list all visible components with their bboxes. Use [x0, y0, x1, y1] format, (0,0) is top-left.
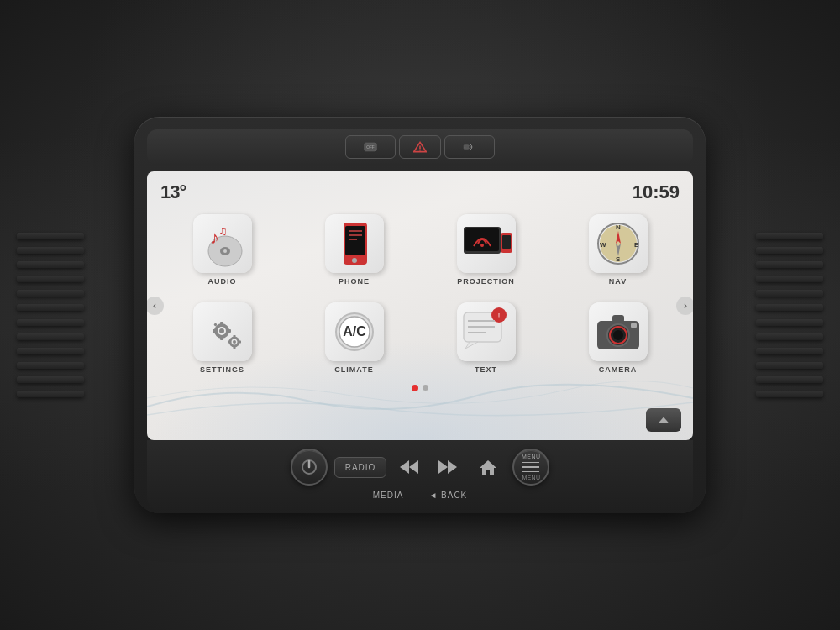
time-display: 10:59 — [633, 181, 680, 203]
svg-point-23 — [480, 244, 484, 247]
svg-marker-72 — [409, 460, 418, 474]
hazard-button[interactable] — [399, 135, 441, 159]
bottom-row-1: RADIO — [164, 449, 676, 486]
vent-slat — [17, 247, 84, 254]
app-icons-grid: ♪ ♫ AUDIO — [160, 210, 680, 378]
svg-rect-45 — [233, 335, 235, 338]
vent-slat — [17, 362, 84, 369]
bottom-row-2: MEDIA ◄ BACK — [164, 491, 676, 500]
svg-text:!: ! — [497, 312, 500, 320]
svg-marker-74 — [438, 460, 448, 474]
home-button[interactable] — [470, 454, 506, 480]
climate-label: CLIMATE — [334, 365, 373, 374]
vent-slat — [17, 391, 84, 397]
vent-slat — [756, 261, 823, 268]
text-app-button[interactable]: ! TEXT — [424, 298, 548, 378]
car-dashboard: OFF P — [0, 0, 840, 630]
vent-slat — [756, 348, 823, 354]
vent-slat — [756, 319, 823, 326]
climate-app-button[interactable]: A/C CLIMATE — [292, 298, 416, 378]
svg-rect-38 — [220, 322, 223, 325]
vent-slat — [756, 391, 823, 397]
phone-app-button[interactable]: PHONE — [292, 210, 416, 290]
svg-rect-46 — [233, 346, 235, 349]
vent-slat — [756, 362, 823, 369]
svg-marker-73 — [400, 460, 409, 474]
vent-slat — [17, 333, 84, 340]
vent-slat — [756, 376, 823, 383]
parking-sensor-button[interactable]: P — [444, 135, 495, 159]
projection-label: PROJECTION — [457, 277, 515, 286]
climate-icon: A/C — [325, 302, 384, 361]
vent-slat — [17, 276, 84, 282]
svg-marker-75 — [448, 460, 457, 474]
svg-rect-48 — [239, 341, 241, 344]
svg-text:W: W — [600, 241, 606, 249]
svg-point-10 — [223, 249, 227, 253]
left-vents — [17, 231, 84, 399]
right-vents — [756, 231, 823, 399]
vent-slat — [17, 233, 84, 239]
menu-button[interactable]: MENU MENU — [512, 449, 549, 486]
svg-point-44 — [233, 340, 236, 344]
scroll-up-button[interactable] — [646, 408, 681, 432]
vent-slat — [17, 319, 84, 326]
vent-slat — [17, 261, 84, 268]
svg-rect-47 — [228, 341, 230, 344]
settings-icon — [193, 302, 252, 361]
projection-icon — [457, 214, 516, 273]
vent-slat — [756, 290, 823, 297]
nav-label: NAV — [609, 277, 627, 286]
page-dot-1[interactable] — [412, 385, 418, 391]
vent-slat — [756, 276, 823, 282]
page-dot-2[interactable] — [423, 385, 428, 391]
nav-app-button[interactable]: N S E W NAV — [556, 210, 680, 290]
text-icon: ! — [457, 302, 516, 361]
menu-label: MENU — [522, 454, 541, 459]
vent-slat — [17, 348, 84, 354]
settings-label: SETTINGS — [200, 365, 244, 374]
svg-rect-67 — [612, 315, 624, 323]
svg-text:E: E — [634, 241, 639, 249]
svg-point-65 — [613, 330, 623, 340]
radio-label: RADIO — [345, 463, 376, 472]
svg-marker-69 — [659, 417, 669, 423]
back-button[interactable]: ◄ BACK — [428, 491, 467, 500]
audio-app-button[interactable]: ♪ ♫ AUDIO — [160, 210, 284, 290]
svg-rect-41 — [228, 329, 231, 333]
page-indicator — [160, 385, 680, 391]
vent-slat — [756, 233, 823, 239]
nav-arrow-right[interactable]: › — [676, 297, 693, 315]
vent-slat — [17, 376, 84, 383]
svg-rect-40 — [213, 329, 216, 333]
vent-slat — [17, 290, 84, 297]
projection-app-button[interactable]: PROJECTION — [424, 210, 548, 290]
svg-text:S: S — [616, 255, 621, 263]
bottom-controls: RADIO — [147, 440, 693, 513]
infotainment-unit: OFF P — [134, 117, 706, 513]
svg-point-37 — [219, 328, 224, 333]
settings-app-button[interactable]: SETTINGS — [160, 298, 284, 378]
camera-app-button[interactable]: CAMERA — [556, 298, 680, 378]
nav-icon: N S E W — [589, 214, 648, 273]
camera-icon — [589, 302, 648, 361]
phone-icon — [325, 214, 384, 273]
vent-slat — [17, 304, 84, 311]
screen-header: 13° 10:59 — [160, 181, 680, 203]
prev-track-button[interactable] — [393, 457, 425, 477]
phone-label: PHONE — [339, 277, 370, 286]
svg-rect-68 — [631, 323, 637, 328]
audio-label: AUDIO — [208, 277, 237, 286]
svg-text:OFF: OFF — [366, 145, 375, 150]
next-track-button[interactable] — [432, 457, 464, 477]
svg-rect-39 — [220, 337, 223, 340]
svg-point-19 — [352, 258, 357, 263]
temperature-display: 13° — [160, 181, 186, 203]
vent-slat — [756, 333, 823, 340]
svg-point-4 — [419, 150, 421, 151]
off-button[interactable]: OFF — [345, 135, 396, 159]
radio-button[interactable]: RADIO — [334, 457, 387, 478]
svg-marker-76 — [480, 460, 496, 475]
media-button[interactable]: MEDIA — [373, 491, 404, 500]
power-button[interactable] — [291, 449, 328, 486]
